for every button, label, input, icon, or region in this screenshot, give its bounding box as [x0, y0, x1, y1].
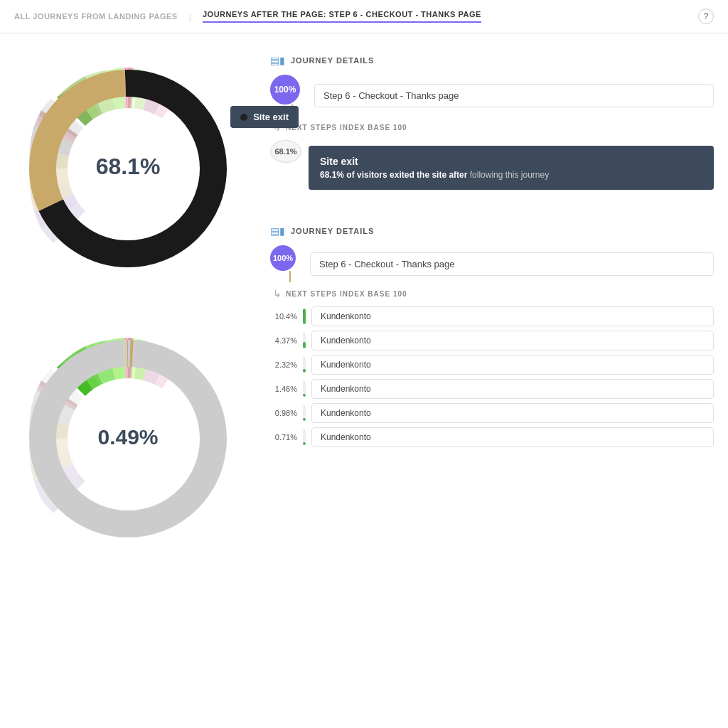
- donut-chart-1: 68.1% Site exit: [14, 55, 242, 282]
- svg-text:68.1%: 68.1%: [96, 154, 161, 179]
- next-steps-label-2: NEXT STEPS INDEX BASE 100: [286, 290, 407, 298]
- journey-header-1: ▤▮ JOURNEY DETAILS: [270, 55, 714, 66]
- step-name: Kundenkonto: [311, 379, 714, 399]
- step-name: Kundenkonto: [311, 331, 714, 350]
- step-item: 4.37% Kundenkonto: [270, 331, 714, 350]
- journey-panel-2: ▤▮ JOURNEY DETAILS 100% Step 6 - Checkou…: [270, 225, 714, 451]
- step-bar: [303, 429, 306, 445]
- charts-column: 68.1% Site exit: [14, 48, 256, 552]
- site-exit-tooltip: Site exit: [230, 106, 299, 128]
- details-column: ▤▮ JOURNEY DETAILS 100% Step 6 - Checkou…: [270, 48, 714, 552]
- stem-line-2: [289, 271, 291, 282]
- node-label-box-1: Step 6 - Checkout - Thanks page: [314, 84, 714, 107]
- tooltip-dot: [240, 114, 247, 121]
- step-bar-fill: [303, 394, 306, 397]
- top-navigation: ALL JOURNEYS FROM LANDING PAGES | JOURNE…: [0, 0, 728, 33]
- filter-icon-1: ▤▮: [270, 55, 285, 66]
- all-journeys-nav-link[interactable]: ALL JOURNEYS FROM LANDING PAGES: [14, 9, 178, 23]
- node-badge-2: 100%: [270, 245, 296, 271]
- donut-svg-1: 68.1%: [14, 55, 242, 282]
- node-stem-2: 100%: [270, 245, 296, 282]
- nav-separator: |: [189, 11, 191, 22]
- step-bar: [303, 405, 306, 421]
- journey-title-1: JOURNEY DETAILS: [291, 56, 374, 65]
- step-bar: [303, 333, 306, 348]
- filter-icon-2: ▤▮: [270, 225, 285, 237]
- step-bar: [303, 309, 306, 324]
- tooltip-label: Site exit: [253, 112, 289, 122]
- step-pct: 0.98%: [270, 409, 297, 417]
- steps-container: 10.4% Kundenkonto 4.37% Kundenkonto 2.32…: [270, 306, 714, 447]
- step-pct: 10.4%: [270, 312, 297, 321]
- step-bar: [303, 357, 306, 373]
- node-label-box-2: Step 6 - Checkout - Thanks page: [310, 252, 714, 276]
- donut-svg-2: 0.49%: [14, 325, 242, 552]
- step-pct: 4.37%: [270, 336, 297, 345]
- step-bar-fill: [303, 309, 306, 324]
- site-exit-desc-rest: following this journey: [470, 170, 549, 180]
- step-pct: 1.46%: [270, 385, 297, 393]
- step-pct: 2.32%: [270, 360, 297, 369]
- step-item: 0.71% Kundenkonto: [270, 427, 714, 447]
- step-bar-fill: [303, 342, 306, 348]
- journey-header-2: ▤▮ JOURNEY DETAILS: [270, 225, 714, 237]
- step-item: 10.4% Kundenkonto: [270, 306, 714, 326]
- active-nav-label: JOURNEYS AFTER THE PAGE: STEP 6 - CHECKO…: [203, 10, 481, 23]
- step-item: 1.46% Kundenkonto: [270, 379, 714, 399]
- journey-title-2: JOURNEY DETAILS: [291, 227, 374, 235]
- exit-node-stem: 68.1%: [270, 140, 301, 163]
- help-button[interactable]: ?: [698, 9, 714, 24]
- step-pct: 0.71%: [270, 433, 297, 441]
- site-exit-panel: Site exit 68.1% of visitors exited the s…: [309, 146, 714, 190]
- site-exit-desc-bold: 68.1% of visitors exited the site after: [320, 170, 467, 180]
- next-steps-arrow-2: ↳: [273, 288, 282, 299]
- step-bar-fill: [303, 418, 306, 421]
- donut-chart-2: 0.49%: [14, 325, 242, 552]
- step-name: Kundenkonto: [311, 355, 714, 375]
- journey-node-1: 100% Step 6 - Checkout - Thanks page: [270, 75, 714, 116]
- site-exit-row: 68.1% Site exit 68.1% of visitors exited…: [270, 140, 714, 190]
- node-badge-1: 100%: [270, 75, 300, 105]
- step-name: Kundenkonto: [311, 427, 714, 447]
- step-bar: [303, 381, 306, 397]
- main-content: 68.1% Site exit: [0, 33, 728, 567]
- step-bar-fill: [303, 369, 306, 373]
- next-steps-label-1: NEXT STEPS INDEX BASE 100: [286, 124, 407, 132]
- journey-node-2: 100% Step 6 - Checkout - Thanks page: [270, 245, 714, 282]
- step-item: 2.32% Kundenkonto: [270, 355, 714, 375]
- step-name: Kundenkonto: [311, 403, 714, 423]
- next-steps-row-2: ↳ NEXT STEPS INDEX BASE 100: [273, 288, 714, 299]
- site-exit-desc: 68.1% of visitors exited the site after …: [320, 170, 702, 180]
- step-bar-fill: [303, 442, 306, 445]
- site-exit-title: Site exit: [320, 156, 702, 167]
- exit-pct-badge: 68.1%: [270, 140, 301, 163]
- step-name: Kundenkonto: [311, 306, 714, 326]
- next-steps-row-1: ↳ NEXT STEPS INDEX BASE 100: [273, 122, 714, 133]
- journey-panel-1: ▤▮ JOURNEY DETAILS 100% Step 6 - Checkou…: [270, 55, 714, 190]
- svg-text:0.49%: 0.49%: [97, 425, 158, 449]
- step-item: 0.98% Kundenkonto: [270, 403, 714, 423]
